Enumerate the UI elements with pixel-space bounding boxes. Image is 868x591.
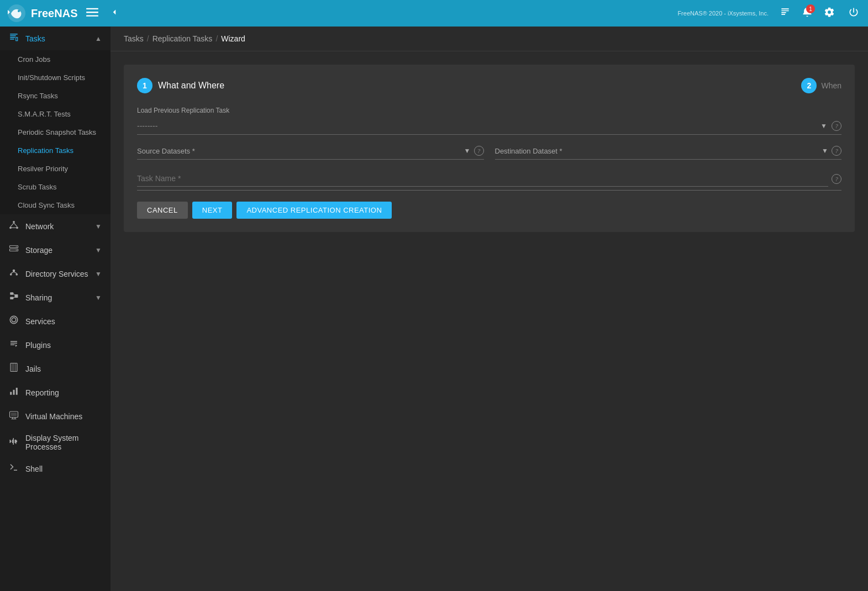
logo-icon bbox=[7, 3, 27, 23]
shell-icon bbox=[9, 462, 19, 475]
vm-icon bbox=[9, 410, 19, 423]
destination-dataset-wrapper: Destination Dataset * ▼ ? bbox=[495, 146, 842, 160]
topbar-left: FreeNAS bbox=[7, 3, 122, 23]
task-name-field-row: ? bbox=[137, 171, 841, 191]
step2-circle: 2 bbox=[801, 78, 817, 93]
load-previous-help-icon[interactable]: ? bbox=[832, 121, 841, 131]
topbar: FreeNAS FreeNAS® 2020 - iXsystems, Inc. … bbox=[0, 0, 868, 27]
load-previous-dropdown-icon[interactable]: ▼ bbox=[820, 122, 827, 130]
sidebar-item-services[interactable]: Services bbox=[0, 309, 111, 333]
sidebar-item-smart-tests[interactable]: S.M.A.R.T. Tests bbox=[0, 105, 111, 123]
sidebar-network-label: Network bbox=[25, 222, 95, 231]
sidebar-item-replication-tasks[interactable]: Replication Tasks bbox=[0, 141, 111, 160]
sidebar-sharing-label: Sharing bbox=[25, 293, 95, 302]
sidebar-item-shell[interactable]: Shell bbox=[0, 457, 111, 481]
destination-dataset-help-icon[interactable]: ? bbox=[832, 146, 841, 156]
step1-circle: 1 bbox=[137, 78, 152, 93]
source-datasets-wrapper: Source Datasets * ▼ ? bbox=[137, 146, 484, 160]
power-icon[interactable] bbox=[846, 4, 861, 23]
svg-point-20 bbox=[13, 270, 15, 272]
sidebar-item-cron-jobs[interactable]: Cron Jobs bbox=[0, 50, 111, 68]
step2-label: When bbox=[821, 81, 841, 90]
sidebar-item-periodic-snapshot[interactable]: Periodic Snapshot Tasks bbox=[0, 123, 111, 141]
svg-rect-34 bbox=[10, 392, 12, 395]
breadcrumb-tasks[interactable]: Tasks bbox=[124, 34, 144, 43]
sidebar-item-resilver-priority[interactable]: Resilver Priority bbox=[0, 160, 111, 178]
notes-icon[interactable] bbox=[777, 4, 793, 23]
sidebar-item-storage[interactable]: Storage ▼ bbox=[0, 238, 111, 262]
cancel-button[interactable]: CANCEL bbox=[137, 202, 188, 219]
wizard-button-row: CANCEL NEXT ADVANCED REPLICATION CREATIO… bbox=[137, 202, 841, 219]
advanced-replication-creation-button[interactable]: ADVANCED REPLICATION CREATION bbox=[236, 202, 392, 219]
directory-icon bbox=[9, 267, 19, 280]
svg-line-29 bbox=[13, 297, 14, 298]
back-icon[interactable] bbox=[107, 5, 122, 22]
reporting-icon bbox=[9, 386, 19, 399]
source-dest-row: Source Datasets * ▼ ? Destination Datase… bbox=[137, 146, 841, 160]
network-icon bbox=[9, 220, 19, 233]
breadcrumb-replication-tasks[interactable]: Replication Tasks bbox=[152, 34, 213, 43]
sharing-arrow-icon: ▼ bbox=[95, 294, 102, 302]
sidebar-item-sharing[interactable]: Sharing ▼ bbox=[0, 286, 111, 309]
tasks-submenu: Cron Jobs Init/Shutdown Scripts Rsync Ta… bbox=[0, 50, 111, 214]
sidebar-item-network[interactable]: Network ▼ bbox=[0, 214, 111, 238]
sidebar-item-display-system-processes[interactable]: Display System Processes bbox=[0, 428, 111, 457]
source-datasets-dropdown-icon[interactable]: ▼ bbox=[464, 147, 471, 155]
svg-rect-4 bbox=[86, 15, 98, 16]
directory-arrow-icon: ▼ bbox=[95, 270, 102, 278]
menu-icon[interactable] bbox=[84, 4, 101, 23]
sidebar: Tasks ▲ Cron Jobs Init/Shutdown Scripts … bbox=[0, 27, 111, 591]
svg-point-22 bbox=[15, 273, 18, 276]
svg-rect-2 bbox=[86, 8, 98, 9]
svg-rect-6 bbox=[10, 35, 16, 36]
notifications-icon[interactable]: 1 bbox=[802, 7, 813, 20]
processes-icon bbox=[9, 436, 19, 449]
sidebar-item-plugins[interactable]: Plugins bbox=[0, 333, 111, 357]
sidebar-item-directory-services[interactable]: Directory Services ▼ bbox=[0, 262, 111, 286]
next-button[interactable]: NEXT bbox=[192, 202, 233, 219]
sidebar-services-label: Services bbox=[25, 317, 102, 326]
tasks-arrow-icon: ▲ bbox=[95, 35, 102, 43]
sidebar-item-init-shutdown[interactable]: Init/Shutdown Scripts bbox=[0, 68, 111, 87]
storage-icon bbox=[9, 244, 19, 256]
sidebar-item-jails[interactable]: Jails bbox=[0, 357, 111, 381]
task-name-input[interactable] bbox=[137, 171, 828, 187]
wizard-form-card: 1 What and Where 2 When Load Previous Re… bbox=[124, 65, 855, 232]
main-content: Tasks / Replication Tasks / Wizard 1 Wha… bbox=[111, 27, 868, 591]
svg-line-28 bbox=[13, 294, 14, 296]
sidebar-item-tasks[interactable]: Tasks ▲ bbox=[0, 27, 111, 50]
sidebar-directory-label: Directory Services bbox=[25, 270, 95, 278]
destination-dataset-dropdown-icon[interactable]: ▼ bbox=[822, 147, 828, 155]
svg-point-18 bbox=[16, 246, 17, 247]
sidebar-processes-label: Display System Processes bbox=[25, 434, 102, 451]
task-name-help-icon[interactable]: ? bbox=[832, 174, 841, 184]
app-name: FreeNAS bbox=[31, 7, 77, 20]
svg-rect-36 bbox=[16, 388, 18, 395]
sidebar-vm-label: Virtual Machines bbox=[25, 412, 102, 421]
sidebar-item-scrub-tasks[interactable]: Scrub Tasks bbox=[0, 178, 111, 196]
load-previous-value: -------- bbox=[137, 122, 816, 130]
sidebar-reporting-label: Reporting bbox=[25, 388, 102, 397]
svg-point-19 bbox=[16, 250, 17, 251]
sidebar-shell-label: Shell bbox=[25, 465, 102, 473]
sidebar-item-virtual-machines[interactable]: Virtual Machines bbox=[0, 404, 111, 428]
sidebar-plugins-label: Plugins bbox=[25, 341, 102, 350]
source-datasets-help-icon[interactable]: ? bbox=[474, 146, 484, 156]
svg-rect-26 bbox=[10, 297, 13, 300]
svg-line-13 bbox=[10, 223, 14, 227]
svg-rect-35 bbox=[13, 390, 15, 395]
svg-rect-27 bbox=[15, 294, 18, 298]
sidebar-item-cloud-sync-tasks[interactable]: Cloud Sync Tasks bbox=[0, 196, 111, 214]
load-previous-label: Load Previous Replication Task bbox=[137, 107, 841, 114]
sharing-icon bbox=[9, 291, 19, 304]
step-header: 1 What and Where 2 When bbox=[137, 78, 841, 93]
sidebar-item-reporting[interactable]: Reporting bbox=[0, 381, 111, 404]
svg-rect-7 bbox=[10, 37, 15, 38]
copyright-text: FreeNAS® 2020 - iXsystems, Inc. bbox=[677, 10, 769, 17]
svg-rect-38 bbox=[11, 413, 17, 416]
tasks-icon bbox=[9, 32, 19, 45]
sidebar-item-rsync-tasks[interactable]: Rsync Tasks bbox=[0, 87, 111, 105]
settings-icon[interactable] bbox=[822, 4, 837, 23]
destination-dataset-label: Destination Dataset * bbox=[495, 147, 819, 155]
svg-rect-25 bbox=[10, 292, 13, 295]
